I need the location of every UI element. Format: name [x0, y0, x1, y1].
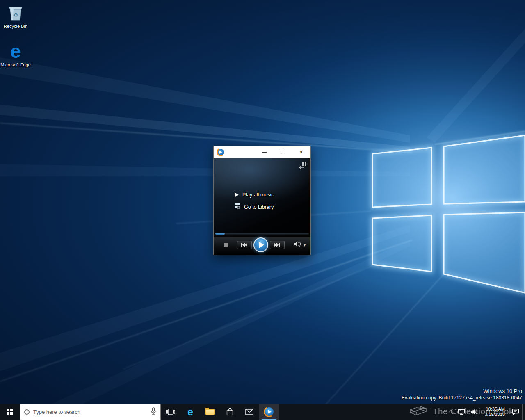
- wmp-icon: [265, 407, 274, 416]
- seek-bar[interactable]: [215, 233, 309, 235]
- file-explorer-icon: [205, 409, 215, 415]
- play-icon: [235, 192, 239, 197]
- system-tray: 10:35 AM 3/19/2018: [446, 404, 525, 420]
- maximize-icon: [281, 151, 285, 154]
- minimize-button[interactable]: [255, 146, 274, 158]
- volume-caret-icon[interactable]: ▾: [304, 243, 306, 247]
- volume-icon: [471, 409, 478, 415]
- evaluation-build-text: Evaluation copy. Build 17127.rs4_release…: [402, 395, 522, 401]
- play-icon: [259, 242, 264, 248]
- file-explorer-button[interactable]: [200, 404, 220, 420]
- minimize-icon: [262, 152, 267, 153]
- task-view-button[interactable]: [161, 404, 180, 420]
- mail-button[interactable]: [240, 404, 259, 420]
- media-player-taskbar-button[interactable]: [259, 404, 279, 420]
- media-player-window: ✕ Play all music: [213, 146, 311, 255]
- maximize-button[interactable]: [274, 146, 292, 158]
- mute-button[interactable]: [293, 241, 301, 249]
- search-input[interactable]: [33, 409, 147, 415]
- store-button[interactable]: [220, 404, 240, 420]
- chevron-up-icon: [449, 410, 453, 415]
- close-button[interactable]: ✕: [292, 146, 310, 158]
- edge-icon: e: [0, 41, 31, 62]
- edge-icon: e: [187, 407, 193, 417]
- evaluation-watermark: Windows 10 Pro Evaluation copy. Build 17…: [402, 388, 522, 401]
- play-all-music-label: Play all music: [242, 192, 274, 198]
- microphone-icon[interactable]: [151, 407, 156, 417]
- library-grid-icon: [235, 203, 240, 211]
- previous-button[interactable]: [237, 241, 252, 249]
- desktop-icon-recycle-bin[interactable]: ♻ Recycle Bin: [0, 2, 31, 29]
- clock-date: 3/19/2018: [485, 412, 505, 417]
- tray-overflow-button[interactable]: [446, 404, 455, 420]
- taskbar-search[interactable]: [20, 404, 161, 420]
- recycle-bin-label: Recycle Bin: [0, 24, 31, 29]
- wmp-app-icon: [217, 149, 224, 155]
- play-all-music-item[interactable]: Play all music: [235, 192, 290, 198]
- play-button[interactable]: [253, 237, 268, 252]
- search-circle-icon: [24, 409, 30, 415]
- network-tray-button[interactable]: [455, 404, 468, 420]
- edge-label: Microsoft Edge: [0, 62, 31, 68]
- action-center-icon: [512, 409, 519, 415]
- recycle-bin-icon: ♻: [0, 2, 31, 23]
- media-player-now-playing: Play all music Go to Library: [214, 158, 310, 255]
- go-to-library-label: Go to Library: [244, 204, 274, 210]
- taskbar: e: [0, 404, 525, 420]
- desktop: ♻ Recycle Bin e Microsoft Edge ✕: [0, 0, 525, 420]
- task-view-icon: [166, 408, 175, 415]
- desktop-icon-microsoft-edge[interactable]: e Microsoft Edge: [0, 41, 31, 68]
- playback-controls: ▾: [214, 237, 310, 255]
- action-center-button[interactable]: [509, 404, 522, 420]
- start-button[interactable]: [0, 404, 20, 420]
- stop-button[interactable]: [224, 243, 228, 247]
- svg-text:♻: ♻: [13, 12, 18, 18]
- mail-icon: [245, 409, 253, 415]
- seek-progress: [215, 233, 225, 235]
- go-to-library-item[interactable]: Go to Library: [235, 203, 290, 211]
- tray-clock[interactable]: 10:35 AM 3/19/2018: [481, 404, 509, 420]
- windows-logo-icon: [7, 409, 13, 415]
- media-player-titlebar[interactable]: ✕: [214, 146, 310, 158]
- network-icon: [458, 409, 465, 415]
- volume-tray-button[interactable]: [468, 404, 481, 420]
- taskbar-edge-button[interactable]: e: [180, 404, 200, 420]
- clock-time: 10:35 AM: [486, 406, 505, 412]
- next-button[interactable]: [270, 241, 285, 249]
- switch-to-library-button[interactable]: [298, 162, 307, 169]
- store-icon: [226, 408, 234, 416]
- show-desktop-button[interactable]: [522, 404, 525, 420]
- windows-edition-text: Windows 10 Pro: [402, 388, 522, 395]
